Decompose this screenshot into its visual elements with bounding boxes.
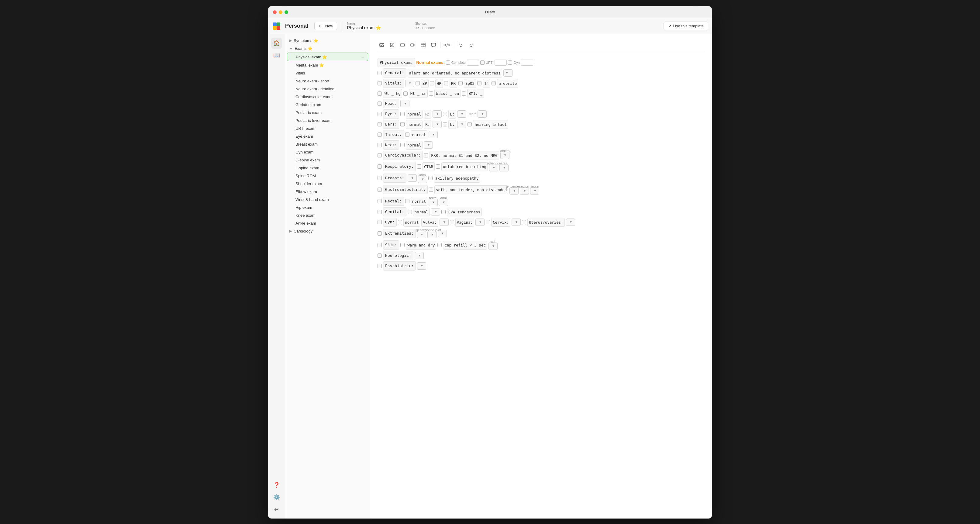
head-checkbox[interactable] <box>377 102 382 106</box>
psych-dropdown[interactable]: ▼ <box>417 262 426 269</box>
throat-dropdown[interactable]: ▼ <box>429 131 438 138</box>
sidebar-item-cspine[interactable]: C-spine exam <box>287 156 368 164</box>
toolbar-undo-btn[interactable] <box>457 41 465 49</box>
sidebar-item-exams[interactable]: ▼ Exams ⭐ <box>287 45 368 52</box>
toolbar-table-btn[interactable] <box>419 41 427 49</box>
gyn-row-checkbox[interactable] <box>377 220 382 224</box>
genital-checkbox[interactable] <box>377 210 382 214</box>
breasts-dropdown[interactable]: ▼ <box>407 174 417 182</box>
general-checkbox[interactable] <box>377 71 382 75</box>
resp-checkbox[interactable] <box>377 164 382 169</box>
cervix-dropdown[interactable]: ▼ <box>512 218 521 226</box>
vagina-dropdown[interactable]: ▼ <box>476 218 485 226</box>
vitals-dropdown[interactable]: ▼ <box>405 80 414 87</box>
close-button[interactable] <box>273 10 277 14</box>
resp-unlabored-checkbox[interactable] <box>436 164 440 169</box>
gyn-checkbox[interactable] <box>508 61 512 65</box>
toolbar-redo-btn[interactable] <box>467 41 476 49</box>
spo2-checkbox[interactable] <box>458 81 463 85</box>
sidebar-item-lspine[interactable]: L-spine exam <box>287 164 368 172</box>
skin-warm-checkbox[interactable] <box>400 243 404 247</box>
gi-checkbox[interactable] <box>377 188 382 192</box>
toolbar-comment-btn[interactable] <box>429 41 438 49</box>
cap-refill-checkbox[interactable] <box>438 243 442 247</box>
cardio-rrr-checkbox[interactable] <box>424 153 428 158</box>
complete-checkbox[interactable] <box>446 61 450 65</box>
genital-dropdown[interactable]: ▼ <box>431 208 440 215</box>
sidebar-item-wrist-hand[interactable]: Wrist & hand exam <box>287 196 368 203</box>
skin-checkbox[interactable] <box>377 243 382 247</box>
urti-checkbox[interactable] <box>480 61 485 65</box>
general-value[interactable]: alert and oriented, no apparent distress <box>407 69 502 78</box>
gi-soft-checkbox[interactable] <box>429 188 433 192</box>
more-options-icon[interactable]: ··· <box>361 54 364 59</box>
sidebar-icon-settings[interactable]: ⚙️ <box>271 492 282 503</box>
general-dropdown[interactable]: ▼ <box>503 69 512 76</box>
throat-normal-checkbox[interactable] <box>405 132 409 137</box>
toolbar-arrow-btn[interactable] <box>409 41 417 49</box>
rectal-normal-checkbox[interactable] <box>405 199 409 203</box>
toolbar-minus-btn[interactable] <box>398 41 407 49</box>
eyes-l-checkbox[interactable] <box>443 112 447 116</box>
ears-l-checkbox[interactable] <box>443 122 447 126</box>
toolbar-checkbox-btn[interactable] <box>388 41 396 49</box>
minimize-button[interactable] <box>279 10 282 14</box>
bmi-checkbox[interactable] <box>462 91 466 96</box>
head-dropdown[interactable]: ▼ <box>400 100 409 107</box>
eyes-normal-checkbox[interactable] <box>400 112 404 116</box>
urti-input[interactable] <box>495 60 507 66</box>
sidebar-item-breast[interactable]: Breast exam <box>287 140 368 148</box>
sidebar-item-cardiovascular[interactable]: Cardiovascular exam <box>287 93 368 100</box>
sidebar-item-physical-exam[interactable]: Physical exam ⭐ ··· <box>287 53 368 61</box>
sidebar-item-eye[interactable]: Eye exam <box>287 132 368 140</box>
sidebar-item-neuro-detailed[interactable]: Neuro exam - detailed <box>287 85 368 93</box>
ears-normal-checkbox[interactable] <box>400 122 404 126</box>
neuro-dropdown[interactable]: ▼ <box>415 252 424 259</box>
sidebar-item-elbow[interactable]: Elbow exam <box>287 188 368 196</box>
rectal-checkbox[interactable] <box>377 199 382 203</box>
sidebar-item-mental-exam[interactable]: Mental exam ⭐ <box>287 61 368 69</box>
vulva-dropdown[interactable]: ▼ <box>439 218 449 226</box>
gyn-input[interactable] <box>521 60 533 66</box>
neuro-checkbox[interactable] <box>377 253 382 258</box>
sidebar-item-cardiology[interactable]: ▶ Cardiology <box>287 227 368 235</box>
eyes-r-dropdown[interactable]: ▼ <box>433 110 442 118</box>
sidebar-icon-book[interactable]: 📖 <box>271 50 282 61</box>
sidebar-icon-home[interactable]: 🏠 <box>271 38 282 49</box>
vagina-checkbox[interactable] <box>450 220 454 224</box>
maximize-button[interactable] <box>285 10 288 14</box>
sidebar-item-pediatric[interactable]: Pediatric exam <box>287 109 368 116</box>
genital-normal-checkbox[interactable] <box>407 210 412 214</box>
toolbar-code-btn[interactable]: </> <box>443 41 452 49</box>
eyes-checkbox[interactable] <box>377 112 382 116</box>
wt-checkbox[interactable] <box>377 91 382 96</box>
sidebar-item-vitals[interactable]: Vitals <box>287 69 368 77</box>
sidebar-item-ankle[interactable]: Ankle exam <box>287 220 368 227</box>
sidebar-icon-help[interactable]: ❓ <box>271 479 282 491</box>
psych-checkbox[interactable] <box>377 264 382 268</box>
toolbar-image-btn[interactable] <box>377 41 386 49</box>
use-template-button[interactable]: ↗ Use this template <box>663 22 708 30</box>
sidebar-item-pediatric-fever[interactable]: Pediatric fever exam <box>287 117 368 124</box>
template-name-value[interactable]: Physical exam ⭐ <box>347 25 408 30</box>
sidebar-item-symptoms[interactable]: ▶ Symptoms ⭐ <box>287 37 368 45</box>
axillary-checkbox[interactable] <box>428 176 433 180</box>
sidebar-item-urti[interactable]: URTI exam <box>287 124 368 132</box>
gyn-normal-checkbox[interactable] <box>398 220 402 224</box>
eyes-l-dropdown[interactable]: ▼ <box>457 110 466 118</box>
eyes-more-dropdown[interactable]: ▼ <box>477 110 487 118</box>
sidebar-item-geriatric[interactable]: Geriatric exam <box>287 101 368 108</box>
afebrile-checkbox[interactable] <box>492 81 496 85</box>
new-button[interactable]: + + New <box>314 22 337 30</box>
uterus-dropdown[interactable]: ▼ <box>566 218 575 226</box>
ears-checkbox[interactable] <box>377 122 382 126</box>
ht-checkbox[interactable] <box>403 91 407 96</box>
uterus-checkbox[interactable] <box>522 220 526 224</box>
sidebar-item-gyn[interactable]: Gyn exam <box>287 148 368 156</box>
ears-l-dropdown[interactable]: ▼ <box>457 121 466 128</box>
waist-checkbox[interactable] <box>429 91 433 96</box>
sidebar-item-hip[interactable]: Hip exam <box>287 204 368 211</box>
breasts-checkbox[interactable] <box>377 176 382 180</box>
sidebar-item-knee[interactable]: Knee exam <box>287 212 368 219</box>
ears-r-dropdown[interactable]: ▼ <box>433 121 442 128</box>
